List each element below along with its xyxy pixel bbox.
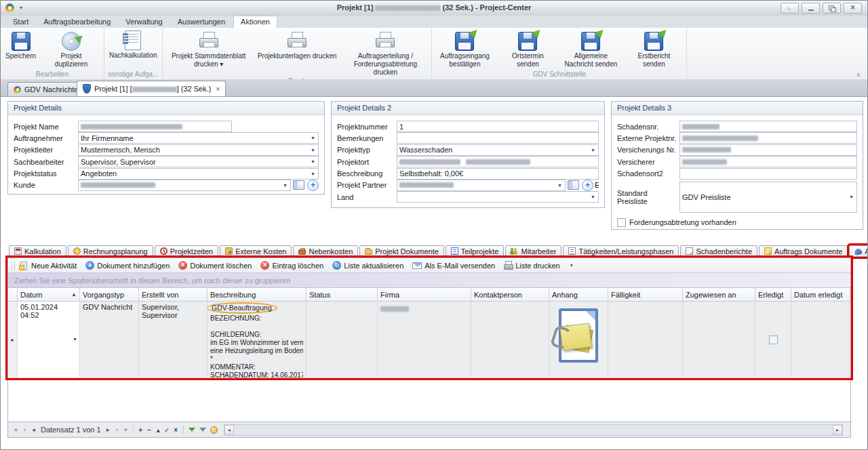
ribbon-tab[interactable]: Start <box>6 16 35 28</box>
ribbon-collapse-icon[interactable]: ∧ <box>856 71 861 78</box>
ribbon-button[interactable]: Allgemeine Nachricht senden <box>560 28 621 69</box>
grid-tab[interactable]: Auftrags Dokumente <box>759 245 848 257</box>
auftragnehmer-select[interactable]: Ihr Firmenname▼ <box>78 132 319 144</box>
toolbar-overflow-chevron-icon[interactable]: ▾ <box>570 262 573 268</box>
column-header-firma[interactable]: Firma <box>378 288 471 301</box>
post-edit-button[interactable]: ✓ <box>163 426 172 434</box>
horizontal-scrollbar[interactable]: ◂ ▸ <box>224 424 843 436</box>
schadensort2-input[interactable] <box>679 168 857 180</box>
close-button[interactable] <box>844 3 862 14</box>
cell-faelligkeit[interactable] <box>608 302 683 377</box>
ribbon-button[interactable]: Speichern <box>3 28 39 61</box>
cell-beschreibung[interactable]: GDV-Beauftragung BEZEICHNUNG:SCHILDERUNG… <box>208 302 307 377</box>
prior-record-button[interactable]: ◂ <box>29 426 38 433</box>
projekt-name-input[interactable] <box>78 121 232 132</box>
toolbar-button[interactable]: Dokument hinzufügen <box>85 261 170 270</box>
projektnummer-input[interactable]: 1 <box>397 121 599 132</box>
table-row[interactable]: ▸ 05.01.2024 04:52 ▼ GDV Nachricht Super… <box>8 302 850 378</box>
column-header-kontaktperson[interactable]: Kontaktperson <box>471 288 549 301</box>
forderungsabtretung-checkbox[interactable] <box>617 218 626 227</box>
ribbon-button[interactable]: Erstbericht senden <box>623 28 684 69</box>
ribbon-tab[interactable]: Auftragsbearbeitung <box>37 16 117 28</box>
cell-datum[interactable]: 05.01.2024 04:52 ▼ <box>18 302 80 377</box>
close-tab-icon[interactable]: × <box>216 85 220 93</box>
land-select[interactable]: ▼ <box>397 191 599 203</box>
prior-page-button[interactable]: ‹ <box>20 426 29 433</box>
toolbar-button[interactable]: Dokument löschen <box>178 261 252 270</box>
cell-erstellt-von[interactable]: Supervisor, Supervisor <box>139 302 208 377</box>
ribbon-tab[interactable]: Aktionen <box>233 16 277 28</box>
grid-tab[interactable]: Projektzeiten <box>155 245 219 257</box>
toolbar-button[interactable]: Eintrag löschen <box>260 261 323 270</box>
externe-projektnr-input[interactable] <box>679 132 857 144</box>
grid-tab[interactable]: Mitarbeiter <box>505 245 561 257</box>
projekt-partner-select[interactable]: ▼ <box>397 180 566 191</box>
cell-datum-erledigt[interactable] <box>791 302 850 377</box>
grid-tab[interactable]: Schadenberichte <box>680 245 757 257</box>
filter-icon[interactable] <box>189 428 195 432</box>
fullscreen-button[interactable] <box>781 3 799 14</box>
cell-firma[interactable] <box>378 302 471 377</box>
contact-card-icon[interactable] <box>568 180 579 190</box>
ribbon-button[interactable]: Projektunterlagen drucken <box>255 28 340 61</box>
ribbon-button[interactable]: Ortstermin senden <box>497 28 558 69</box>
chevron-down-icon[interactable]: ▼ <box>73 337 77 342</box>
column-header-anhang[interactable]: Anhang <box>549 288 608 301</box>
toolbar-button[interactable]: Liste drucken <box>504 261 559 270</box>
grid-tab[interactable]: Kalkulation <box>9 245 66 257</box>
last-record-button[interactable]: » <box>121 426 130 433</box>
ribbon-button[interactable]: Auftragseingang bestätigen <box>434 28 495 69</box>
grid-tab[interactable]: Nebenkosten <box>293 245 358 257</box>
grid-tab[interactable]: Tätigkeiten/Leistungsphasen <box>563 245 679 257</box>
sachbearbeiter-select[interactable]: Supervisor, Supervisor▼ <box>78 156 319 167</box>
column-header-datum-erledigt[interactable]: Datum erledigt <box>791 288 850 301</box>
cell-anhang[interactable] <box>549 302 608 377</box>
ribbon-button[interactable]: Projekt Stammdatenblatt drucken ▾ <box>165 28 253 69</box>
erledigt-checkbox[interactable] <box>769 335 778 344</box>
standard-preisliste-select[interactable]: GDV Preisliste▼ <box>679 182 857 213</box>
filter-builder-icon[interactable] <box>199 428 206 432</box>
group-by-bar[interactable]: Ziehen Sie eine Spaltenüberschrift in di… <box>8 273 850 288</box>
projektleiter-select[interactable]: Mustermensch, Mensch▼ <box>78 144 319 156</box>
column-header-faelligkeit[interactable]: Fälligkeit <box>608 288 683 301</box>
column-header-status[interactable]: Status <box>307 288 378 301</box>
kunde-select[interactable]: ▼ <box>78 180 291 191</box>
next-page-button[interactable]: › <box>113 426 121 433</box>
ribbon-button[interactable]: Auftragserteilung / Forderungsabtretung … <box>341 28 429 77</box>
toolbar-button[interactable]: Als E-Mail versenden <box>412 262 495 270</box>
toolbar-grip[interactable] <box>12 261 15 270</box>
filter-customize-icon[interactable] <box>210 426 218 434</box>
cancel-edit-button[interactable]: × <box>172 426 180 434</box>
cell-status[interactable] <box>307 302 378 377</box>
minimize-button[interactable] <box>802 3 820 14</box>
add-kunde-button[interactable]: + <box>307 180 319 191</box>
column-header-erstellt-von[interactable]: Erstellt von <box>139 288 208 301</box>
append-record-button[interactable]: + <box>136 426 145 434</box>
scroll-left-icon[interactable]: ◂ <box>224 425 234 435</box>
cell-erledigt[interactable] <box>755 302 791 377</box>
bemerkungen-input[interactable] <box>397 132 599 144</box>
restore-button[interactable] <box>823 3 841 14</box>
toolbar-button[interactable]: Liste aktualisieren <box>332 261 403 270</box>
grid-tab[interactable]: Projekt Dokumente <box>359 245 444 257</box>
edit-record-button[interactable]: ▴ <box>154 426 163 434</box>
grid-tab[interactable]: Teilprojekte <box>446 245 505 257</box>
scroll-right-icon[interactable]: ▸ <box>833 425 842 435</box>
projektstatus-select[interactable]: Angeboten▼ <box>78 168 319 180</box>
contact-card-icon[interactable] <box>293 180 304 190</box>
cell-vorgangstyp[interactable]: GDV Nachricht <box>80 302 139 377</box>
toolbar-button[interactable]: Neue Aktivität <box>19 262 77 270</box>
versicherungs-nr-input[interactable] <box>679 144 857 156</box>
ribbon-button[interactable]: Projekt duplizieren <box>41 28 102 69</box>
projekttyp-select[interactable]: Wasserschaden▼ <box>397 144 599 156</box>
beschreibung-input[interactable]: Selbstbehalt: 0,00€ <box>397 168 599 180</box>
grid-tab[interactable]: Aktivitäten <box>849 245 868 257</box>
doc-tab-projekt[interactable]: Projekt [1] [] (32 Sek.) × <box>77 81 226 96</box>
projektort-input[interactable] <box>397 156 599 167</box>
next-record-button[interactable]: ▸ <box>104 426 113 433</box>
column-header-zugewiesen-an[interactable]: Zugewiesen an <box>683 288 755 301</box>
versicherer-input[interactable] <box>679 156 857 167</box>
ribbon-button[interactable]: Nachkalkulation <box>106 28 160 60</box>
cell-kontaktperson[interactable] <box>471 302 549 377</box>
ribbon-tab[interactable]: Verwaltung <box>119 16 169 28</box>
